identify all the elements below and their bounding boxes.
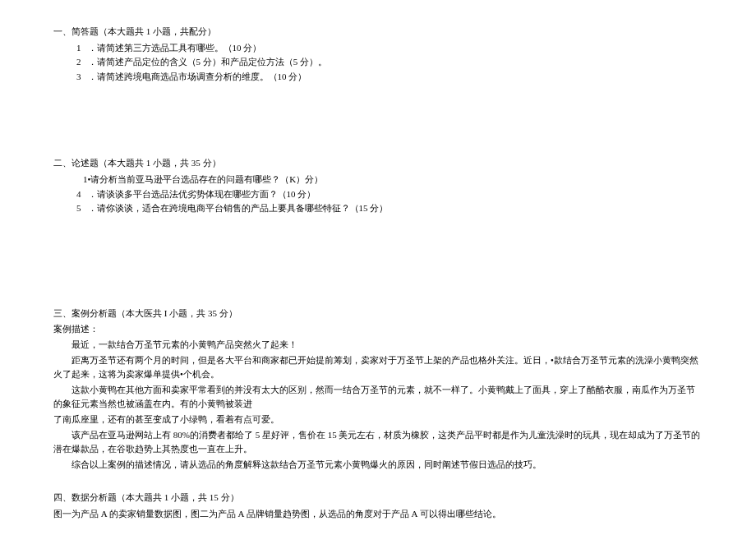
section-1-questions: 1．请简述第三方选品工具有哪些。（10 分） 2．请简述产品定位的含义（5 分）… — [53, 41, 703, 85]
section-1-heading: 一、简答题（本大题共 1 小题，共配分） — [53, 25, 703, 39]
question-text: ．请简述产品定位的含义（5 分）和产品定位方法（5 分）。 — [88, 57, 328, 67]
question-item: 2．请简述产品定位的含义（5 分）和产品定位方法（5 分）。 — [76, 55, 703, 70]
question-text: ．请简述跨境电商选品市场调查分析的维度。（10 分） — [88, 71, 307, 81]
case-paragraph: 最近，一款结合万圣节元素的小黄鸭产品突然火了起来！ — [53, 338, 703, 353]
question-item: 4．请谈谈多平台选品法优劣势体现在哪些方面？（10 分） — [76, 187, 703, 202]
question-text: ．请谈谈多平台选品法优劣势体现在哪些方面？（10 分） — [88, 189, 316, 199]
question-text: ．请你谈谈，适合在跨境电商平台销售的产品上要具备哪些特征？（15 分） — [88, 203, 389, 213]
section-4-description: 图一为产品 A 的卖家销量数据图，图二为产品 A 品牌销量趋势图，从选品的角度对… — [53, 507, 703, 522]
question-number: 5 — [76, 201, 81, 216]
question-number: 2 — [76, 55, 81, 70]
section-2-heading: 二、论述题（本大题共 1 小题，共 35 分） — [53, 156, 703, 171]
case-paragraph: 了南瓜座里，还有的甚至变成了小绿鸭，看着有点可爱。 — [53, 413, 703, 427]
question-text: 1•请分析当前亚马逊平台选品存在的问题有哪些？（K）分） — [83, 174, 323, 184]
question-number: 4 — [76, 187, 81, 202]
case-paragraph: 该产品在亚马逊网站上有 80%的消费者都给了 5 星好评，售价在 15 美元左右… — [53, 428, 703, 457]
spacer — [53, 473, 703, 491]
question-item: 1•请分析当前亚马逊平台选品存在的问题有哪些？（K）分） — [76, 173, 703, 187]
case-description-label: 案例描述： — [53, 322, 703, 337]
question-item: 1．请简述第三方选品工具有哪些。（10 分） — [76, 41, 703, 56]
question-item: 3．请简述跨境电商选品市场调查分析的维度。（10 分） — [76, 70, 703, 85]
question-number: 3 — [76, 70, 81, 85]
case-paragraph: 距离万圣节还有两个月的时间，但是各大平台和商家都已开始提前筹划，卖家对于万圣节上… — [53, 353, 703, 382]
spacer — [53, 216, 703, 307]
spacer — [53, 84, 703, 156]
question-number: 1 — [76, 41, 81, 56]
section-3-heading: 三、案例分析题（本大医共 I 小题，共 35 分） — [53, 307, 703, 321]
question-item: 5．请你谈谈，适合在跨境电商平台销售的产品上要具备哪些特征？（15 分） — [76, 201, 703, 216]
case-paragraph: 这款小黄鸭在其他方面和卖家平常看到的并没有太大的区别，然而一结合万圣节的元素，就… — [53, 383, 703, 412]
section-2-questions: 1•请分析当前亚马逊平台选品存在的问题有哪些？（K）分） 4．请谈谈多平台选品法… — [53, 173, 703, 216]
section-4-heading: 四、数据分析题（本大题共 1 小题，共 15 分） — [53, 491, 703, 505]
question-text: ．请简述第三方选品工具有哪些。（10 分） — [88, 43, 262, 53]
case-paragraph: 综合以上案例的描述情况，请从选品的角度解释这款结合万圣节元素小黄鸭爆火的原因，同… — [53, 458, 703, 473]
